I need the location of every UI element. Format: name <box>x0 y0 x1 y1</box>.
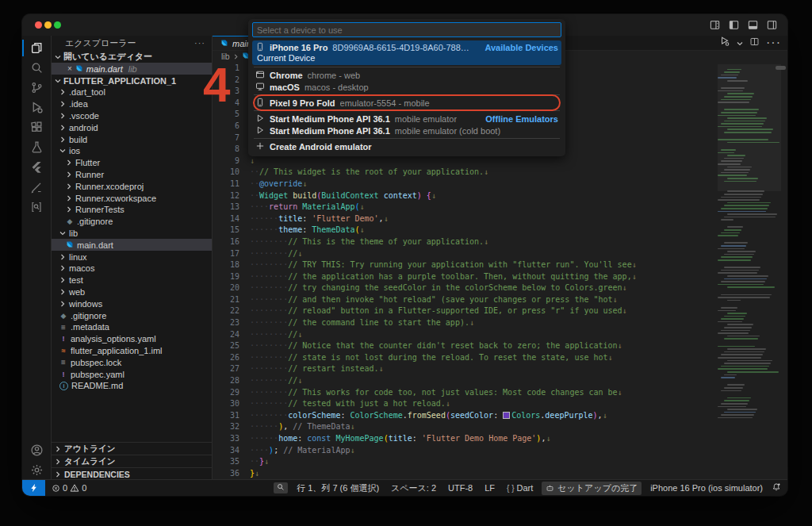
code-line-36: 36}↓ <box>213 468 716 480</box>
problems-status[interactable]: 0 0 <box>48 483 90 493</box>
minimap-slider[interactable] <box>718 64 781 191</box>
activity-settings-gear-icon[interactable] <box>22 460 51 480</box>
code-line-13: 13····return MaterialApp(↓ <box>213 202 716 213</box>
toggle-panel-icon[interactable] <box>747 19 759 31</box>
tree-folder-test[interactable]: test <box>52 275 212 286</box>
code-line-10: 10··// This widget is the root of your a… <box>213 167 716 179</box>
tree-folder-runner-xcworkspace[interactable]: Runner.xcworkspace <box>52 192 212 204</box>
tree-folder--vscode[interactable]: .vscode <box>52 110 212 122</box>
tree-folder-windows[interactable]: windows <box>52 298 212 309</box>
activity-explorer-icon[interactable] <box>22 38 51 58</box>
indentation-status[interactable]: スペース: 2 <box>388 482 439 494</box>
tree-folder-lib[interactable]: lib <box>52 228 212 240</box>
tree-folder-linux[interactable]: linux <box>52 251 212 263</box>
code-line-14: 14······title: 'Flutter Demo',↓ <box>213 213 716 225</box>
device-detail: Current Device <box>252 53 561 64</box>
code-line-34: 34····); // MaterialApp↓ <box>213 445 716 457</box>
scrollbar-thumb[interactable] <box>776 66 786 70</box>
tree-folder-android[interactable]: android <box>52 121 212 133</box>
screencast-search-status[interactable] <box>274 482 288 493</box>
tree-file--metadata[interactable]: ≡.metadata <box>52 321 212 333</box>
tree-folder-macos[interactable]: macos <box>52 263 212 275</box>
sidebar-section--[interactable]: アウトライン <box>52 442 212 455</box>
annotation-step-number: 4 <box>203 60 230 109</box>
zoom-window-button[interactable] <box>54 21 61 29</box>
status-bar: 0 0 行 1、列 7 (6 個選択) スペース: 2 UTF-8 LF { }… <box>22 479 787 496</box>
device-item-chrome[interactable]: Chromechrome - web <box>252 69 561 81</box>
lightning-icon <box>29 483 39 493</box>
sidebar-section-dependencies[interactable]: DEPENDENCIES <box>52 467 212 480</box>
device-item-pixel-9-pro-fold[interactable]: Pixel 9 Pro Foldemulator-5554 - mobile <box>252 97 561 109</box>
tree-folder--idea[interactable]: .idea <box>52 98 212 110</box>
toggle-sidebar-right-icon[interactable] <box>766 19 778 31</box>
code-line-16: 16········// This is the theme of your a… <box>213 236 716 248</box>
activity-search-icon[interactable] <box>22 58 51 78</box>
activity-flutter-outline-icon[interactable] <box>22 177 51 197</box>
plus-icon <box>255 141 265 152</box>
activity-testing-icon[interactable] <box>22 137 51 157</box>
project-root-folder[interactable]: FLUTTER_APPLICATION_1 <box>52 75 212 86</box>
device-item-macos[interactable]: macOSmacos - desktop <box>252 81 561 93</box>
tree-folder-ios[interactable]: ios <box>52 145 212 157</box>
setup-complete-status[interactable]: セットアップの完了 <box>542 482 642 495</box>
activity-extensions-icon[interactable] <box>22 117 51 137</box>
run-debug-icon[interactable] <box>719 36 730 50</box>
activity-source-control-icon[interactable] <box>22 78 51 98</box>
device-search-input[interactable] <box>252 22 561 37</box>
tree-file-pubspec-yaml[interactable]: !pubspec.yaml <box>52 368 212 380</box>
device-item-iphone-16-pro[interactable]: iPhone 16 Pro8D9969A8-6615-4D19-8A60-788… <box>252 40 561 65</box>
toggle-sidebar-left-icon[interactable] <box>728 19 740 31</box>
split-editor-icon[interactable] <box>749 36 760 50</box>
warnings-icon <box>70 483 79 493</box>
flutter-device-status[interactable]: iPhone 16 Pro (ios simulator) <box>647 483 766 493</box>
close-icon[interactable]: × <box>67 64 72 73</box>
code-line-15: 15······theme: ThemeData(↓ <box>213 225 716 236</box>
tree-file-readme-md[interactable]: iREADME.md <box>52 380 212 392</box>
more-actions-icon[interactable]: ··· <box>766 36 781 50</box>
tree-file-flutter-application-1-iml[interactable]: ≈flutter_application_1.iml <box>52 345 212 357</box>
explorer-more-icon[interactable]: ··· <box>194 36 205 51</box>
file-tree: .dart_tool.idea.vscodeandroidbuildiosFlu… <box>52 86 212 392</box>
cursor-position-status[interactable]: 行 1、列 7 (6 個選択) <box>293 482 382 494</box>
device-item-start-medium-phone-api-36-1[interactable]: Start Medium Phone API 36.1mobile emulat… <box>252 113 561 125</box>
quick-pick-separator <box>254 110 560 111</box>
errors-icon <box>52 484 60 493</box>
activity-account-icon[interactable] <box>22 440 51 460</box>
tree-folder--dart-tool[interactable]: .dart_tool <box>52 86 212 98</box>
notifications-bell-icon[interactable] <box>772 482 781 493</box>
open-editor-main-dart[interactable]: × main.dart lib <box>52 63 212 75</box>
sidebar-section--[interactable]: タイムライン <box>52 455 212 467</box>
minimize-window-button[interactable] <box>44 21 52 29</box>
tree-folder-web[interactable]: web <box>52 286 212 298</box>
tree-folder-runner[interactable]: Runner <box>52 169 212 181</box>
code-line-12: 12··Widget build(BuildContext context) {… <box>213 190 716 202</box>
browser-icon <box>255 70 265 81</box>
braces-icon: { } <box>507 484 514 493</box>
customize-layout-icon[interactable] <box>709 19 721 31</box>
tree-folder-flutter[interactable]: Flutter <box>52 157 212 169</box>
tree-folder-runner-xcodeproj[interactable]: Runner.xcodeproj <box>52 180 212 192</box>
tree-file-analysis-options-yaml[interactable]: !analysis_options.yaml <box>52 333 212 345</box>
tree-file--gitignore[interactable]: ◆.gitignore <box>52 216 212 228</box>
device-item-create-android-emulator[interactable]: Create Android emulator <box>252 140 561 152</box>
sidebar-bottom-sections: アウトラインタイムラインDEPENDENCIES <box>52 442 212 480</box>
eol-status[interactable]: LF <box>481 483 498 493</box>
encoding-status[interactable]: UTF-8 <box>445 483 476 493</box>
language-status[interactable]: { } Dart <box>504 483 536 493</box>
code-line-18: 18········// TRY THIS: Try running your … <box>213 259 716 271</box>
code-line-29: 29········// This works for code too, no… <box>213 387 716 399</box>
device-item-start-medium-phone-api-36-1[interactable]: Start Medium Phone API 36.1mobile emulat… <box>252 125 561 136</box>
tree-folder-runnertests[interactable]: RunnerTests <box>52 204 212 216</box>
open-editors-section[interactable]: 開いているエディター <box>52 51 212 63</box>
chevron-down-icon[interactable] <box>737 36 743 50</box>
remote-indicator[interactable] <box>22 480 45 496</box>
tree-file-main-dart[interactable]: main.dart <box>52 239 212 251</box>
code-line-28: 28········//↓ <box>213 375 716 387</box>
tree-file-pubspec-lock[interactable]: ≡pubspec.lock <box>52 356 212 368</box>
activity-flutter-icon[interactable] <box>22 157 51 177</box>
activity-run-debug-icon[interactable] <box>22 98 51 117</box>
activity-search-reference-icon[interactable] <box>22 197 51 217</box>
tree-file--gitignore[interactable]: ◆.gitignore <box>52 309 212 321</box>
close-window-button[interactable] <box>35 21 42 29</box>
tree-folder-build[interactable]: build <box>52 133 212 145</box>
